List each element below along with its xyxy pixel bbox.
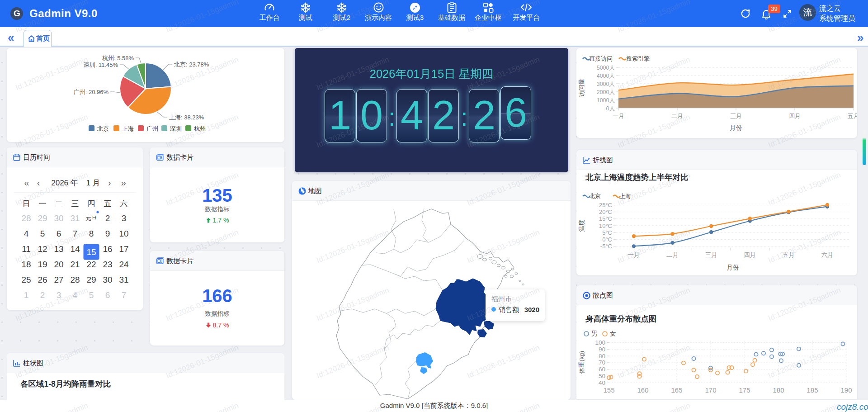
svg-text:27: 27 bbox=[54, 275, 63, 284]
svg-text:‹: ‹ bbox=[37, 178, 40, 188]
svg-text:26: 26 bbox=[38, 275, 47, 284]
svg-text:二月: 二月 bbox=[671, 113, 683, 119]
svg-text:19: 19 bbox=[38, 260, 47, 269]
svg-text:元旦: 元旦 bbox=[85, 215, 97, 222]
svg-text:上海: 38.23%: 上海: 38.23% bbox=[169, 114, 204, 121]
svg-text:北京: 北京 bbox=[97, 125, 109, 132]
svg-text:170: 170 bbox=[705, 386, 716, 394]
svg-text:深圳: 深圳 bbox=[170, 125, 182, 132]
svg-text:160: 160 bbox=[637, 386, 648, 394]
svg-text:上海: 上海 bbox=[122, 125, 134, 132]
svg-text:五月: 五月 bbox=[783, 251, 795, 258]
svg-text:上海: 上海 bbox=[619, 193, 631, 199]
svg-text:15: 15 bbox=[86, 247, 96, 257]
svg-text:25°C: 25°C bbox=[599, 202, 612, 208]
svg-text:二月: 二月 bbox=[666, 251, 679, 258]
svg-text:›: › bbox=[108, 178, 111, 188]
svg-text:一月: 一月 bbox=[613, 113, 624, 119]
svg-text:6: 6 bbox=[105, 290, 110, 300]
svg-text:7: 7 bbox=[122, 290, 127, 300]
svg-text:北京: 北京 bbox=[589, 193, 601, 199]
svg-text:杭州: 杭州 bbox=[194, 125, 206, 132]
svg-text:9: 9 bbox=[105, 229, 110, 238]
svg-text:日: 日 bbox=[23, 199, 30, 208]
svg-text:4: 4 bbox=[73, 290, 78, 300]
svg-text:16: 16 bbox=[103, 244, 112, 254]
svg-text:3: 3 bbox=[122, 213, 127, 223]
svg-text:杭州: 5.58%: 杭州: 5.58% bbox=[102, 55, 134, 62]
svg-text:190: 190 bbox=[840, 386, 852, 394]
svg-text:25: 25 bbox=[21, 275, 31, 284]
svg-text:1: 1 bbox=[24, 290, 29, 300]
svg-text:3: 3 bbox=[57, 290, 61, 300]
svg-text:70: 70 bbox=[599, 359, 605, 366]
svg-text:28: 28 bbox=[70, 275, 80, 284]
svg-text:六: 六 bbox=[120, 199, 128, 208]
svg-text:155: 155 bbox=[603, 386, 614, 394]
svg-text:»: » bbox=[121, 178, 126, 188]
svg-text:三月: 三月 bbox=[730, 113, 742, 119]
svg-text:一月: 一月 bbox=[628, 251, 640, 258]
svg-text:31: 31 bbox=[119, 275, 128, 284]
svg-text:175: 175 bbox=[739, 386, 750, 394]
svg-text:深圳: 11.45%: 深圳: 11.45% bbox=[83, 62, 118, 68]
svg-text:80: 80 bbox=[599, 353, 605, 360]
svg-text:22: 22 bbox=[86, 260, 96, 269]
svg-text:男: 男 bbox=[591, 330, 598, 337]
svg-text:-5°C: -5°C bbox=[600, 243, 612, 250]
svg-text:四月: 四月 bbox=[744, 251, 756, 258]
svg-text:23: 23 bbox=[103, 260, 112, 269]
svg-text:四: 四 bbox=[88, 199, 95, 208]
svg-text:5: 5 bbox=[40, 229, 45, 238]
svg-text:8: 8 bbox=[89, 229, 94, 238]
svg-text:13: 13 bbox=[54, 244, 63, 254]
svg-text:21: 21 bbox=[70, 260, 80, 269]
svg-text:四月: 四月 bbox=[789, 113, 801, 119]
svg-text:搜索引擎: 搜索引擎 bbox=[626, 55, 650, 62]
svg-text:女: 女 bbox=[610, 330, 616, 337]
svg-text:1000人: 1000人 bbox=[597, 97, 615, 104]
svg-text:访问量: 访问量 bbox=[578, 79, 585, 98]
svg-text:100: 100 bbox=[595, 339, 605, 346]
svg-text:2: 2 bbox=[105, 213, 110, 223]
svg-text:2026 年: 2026 年 bbox=[51, 179, 78, 187]
svg-text:165: 165 bbox=[671, 386, 682, 394]
svg-text:7: 7 bbox=[73, 229, 78, 238]
svg-text:20: 20 bbox=[54, 260, 63, 269]
svg-text:体重(kg): 体重(kg) bbox=[578, 351, 585, 374]
svg-text:60: 60 bbox=[599, 366, 605, 373]
svg-text:180: 180 bbox=[773, 386, 784, 394]
svg-text:40: 40 bbox=[599, 379, 605, 386]
svg-text:2000人: 2000人 bbox=[597, 89, 615, 95]
svg-text:2: 2 bbox=[40, 290, 45, 300]
svg-text:3000人: 3000人 bbox=[597, 81, 615, 87]
svg-text:一: 一 bbox=[39, 199, 47, 208]
svg-text:30: 30 bbox=[54, 213, 63, 223]
svg-text:直接访问: 直接访问 bbox=[589, 55, 613, 62]
svg-text:1 月: 1 月 bbox=[86, 179, 100, 187]
svg-text:30: 30 bbox=[103, 275, 112, 284]
svg-text:185: 185 bbox=[807, 386, 818, 394]
svg-text:0人: 0人 bbox=[606, 105, 615, 112]
svg-text:14: 14 bbox=[70, 244, 80, 254]
svg-text:0°C: 0°C bbox=[602, 236, 612, 243]
svg-text:29: 29 bbox=[38, 213, 47, 223]
svg-text:10°C: 10°C bbox=[599, 223, 612, 229]
svg-text:18: 18 bbox=[21, 260, 31, 269]
svg-text:温度: 温度 bbox=[578, 220, 585, 232]
svg-text:五月: 五月 bbox=[848, 113, 857, 119]
svg-text:月份: 月份 bbox=[727, 264, 739, 271]
svg-text:12: 12 bbox=[38, 244, 47, 254]
svg-text:北京: 23.78%: 北京: 23.78% bbox=[174, 61, 209, 68]
svg-text:15°C: 15°C bbox=[599, 215, 612, 222]
svg-text:28: 28 bbox=[21, 213, 31, 223]
svg-text:三月: 三月 bbox=[705, 251, 717, 258]
svg-text:广州: 广州 bbox=[146, 125, 158, 132]
svg-text:六月: 六月 bbox=[821, 251, 834, 258]
svg-text:月份: 月份 bbox=[730, 124, 742, 131]
svg-text:20°C: 20°C bbox=[599, 208, 612, 215]
svg-text:24: 24 bbox=[119, 260, 129, 269]
svg-text:29: 29 bbox=[86, 275, 96, 284]
svg-text:«: « bbox=[24, 178, 29, 188]
svg-text:三: 三 bbox=[71, 199, 79, 208]
